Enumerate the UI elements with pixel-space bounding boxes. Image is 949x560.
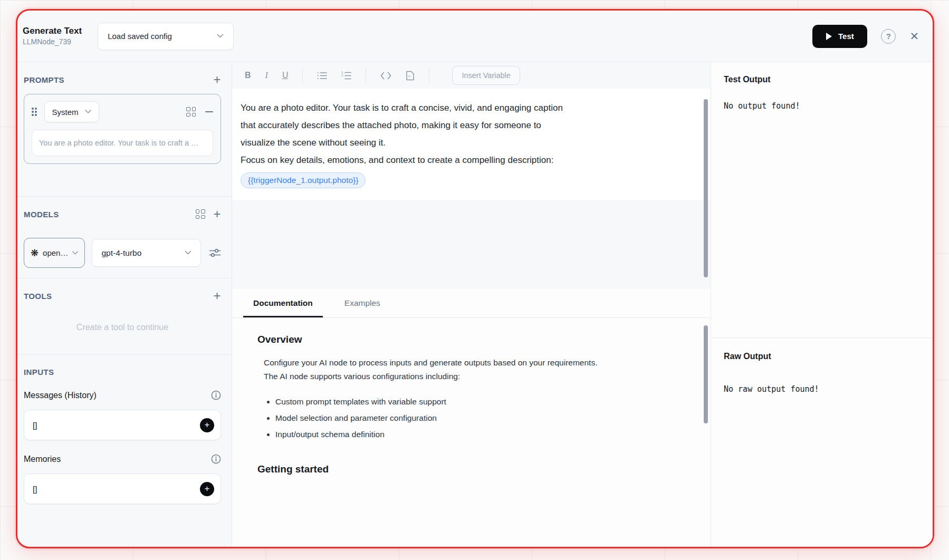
config-sidebar: PROMPTS + System [17, 62, 232, 547]
close-icon[interactable]: ✕ [909, 30, 919, 43]
prompt-preview-input[interactable]: You are a photo editor. Your task is to … [32, 130, 213, 156]
memories-value: [] [33, 485, 37, 494]
svg-text:‹›: ‹› [408, 74, 411, 79]
drag-handle-icon[interactable] [32, 108, 37, 116]
models-heading: MODELS [24, 210, 59, 219]
node-id: LLMNode_739 [23, 37, 82, 47]
test-output-heading: Test Output [724, 75, 920, 84]
test-button[interactable]: Test [812, 25, 867, 48]
openai-logo-icon: ❋ [31, 248, 39, 258]
inputs-section: INPUTS Messages (History) [] + Memories [17, 355, 232, 547]
raw-output-section: Raw Output No raw output found! [711, 338, 933, 547]
messages-history-label: Messages (History) [24, 391, 97, 400]
models-section-header: MODELS + [24, 197, 221, 219]
raw-output-heading: Raw Output [724, 352, 920, 361]
italic-button[interactable]: I [265, 71, 268, 80]
toolbar-divider [366, 69, 366, 82]
feature-list: Custom prompt templates with variable su… [257, 397, 679, 439]
tab-examples[interactable]: Examples [344, 289, 380, 317]
list-item: Custom prompt templates with variable su… [275, 397, 679, 407]
messages-history-value: [] [33, 421, 37, 430]
model-label: gpt-4-turbo [101, 248, 141, 258]
prompt-preview-text: You are a photo editor. Your task is to … [39, 139, 199, 147]
bold-button[interactable]: B [245, 71, 251, 80]
test-button-label: Test [838, 32, 854, 41]
add-memory-button[interactable]: + [200, 482, 214, 496]
output-column: Test Output No output found! Raw Output … [711, 62, 933, 547]
code-file-button[interactable]: ‹› [406, 71, 415, 81]
bullet-list-button[interactable] [317, 72, 327, 80]
getting-started-heading: Getting started [257, 464, 679, 475]
chevron-down-icon [185, 250, 191, 255]
docs-tabs: Documentation Examples [232, 289, 711, 318]
toolbar-divider [302, 69, 303, 82]
dialog-header: Generate Text LLMNode_739 Load saved con… [17, 11, 933, 62]
editor-scrollbar[interactable] [704, 99, 708, 277]
node-title-block: Generate Text LLMNode_739 [23, 25, 82, 47]
chevron-down-icon [217, 34, 224, 38]
add-message-button[interactable]: + [200, 418, 214, 432]
variable-chip[interactable]: {{triggerNode_1.output.photo}} [241, 172, 366, 188]
models-section: MODELS + ❋ open… gpt-4-turbo [17, 197, 232, 278]
provider-label: open… [43, 248, 68, 257]
memories-input[interactable]: [] + [24, 474, 221, 504]
prompts-section: PROMPTS + System [17, 62, 232, 197]
chevron-down-icon [85, 110, 91, 114]
load-saved-config-select[interactable]: Load saved config [98, 23, 234, 50]
prompt-editor[interactable]: You are a photo editor. Your task is to … [232, 89, 711, 289]
raw-output-empty-text: No raw output found! [724, 384, 920, 394]
dialog-body: PROMPTS + System [17, 62, 933, 547]
editor-text-line: Focus on key details, emotions, and cont… [241, 151, 689, 169]
editor-toolbar: B I U 1 2 [232, 62, 711, 89]
play-icon [826, 33, 832, 40]
underline-button[interactable]: U [282, 71, 289, 80]
test-output-empty-text: No output found! [724, 101, 920, 111]
inputs-heading: INPUTS [24, 368, 54, 376]
add-prompt-button[interactable]: + [214, 75, 221, 84]
messages-history-input[interactable]: [] + [24, 410, 221, 440]
list-item: Input/output schema definition [275, 430, 679, 439]
documentation-panel: Overview Configure your AI node to proce… [232, 318, 711, 547]
tab-documentation[interactable]: Documentation [253, 289, 313, 317]
docs-scrollbar[interactable] [704, 325, 708, 423]
list-item: Model selection and parameter configurat… [275, 413, 679, 423]
overview-paragraph: Configure your AI node to process inputs… [257, 356, 679, 383]
model-settings-sliders-icon[interactable] [209, 248, 221, 258]
prompts-heading: PROMPTS [24, 75, 64, 84]
add-model-button[interactable]: + [214, 209, 221, 219]
remove-prompt-icon[interactable] [205, 111, 213, 112]
info-icon[interactable] [211, 454, 221, 464]
models-grid-icon[interactable] [196, 209, 205, 219]
memories-label-row: Memories [24, 454, 221, 464]
model-select[interactable]: gpt-4-turbo [92, 239, 201, 267]
editor-column: B I U 1 2 [232, 62, 711, 547]
info-icon[interactable] [211, 390, 221, 400]
prompt-editor-content[interactable]: You are a photo editor. Your task is to … [232, 89, 711, 200]
test-output-section: Test Output No output found! [711, 62, 933, 338]
toolbar-divider [429, 69, 429, 82]
node-title: Generate Text [23, 25, 82, 37]
prompt-role-select[interactable]: System [44, 101, 99, 122]
inputs-section-header: INPUTS [24, 355, 221, 376]
overview-heading: Overview [257, 334, 679, 345]
memories-label: Memories [24, 455, 61, 464]
help-icon[interactable]: ? [881, 29, 896, 44]
svg-text:2: 2 [341, 74, 343, 77]
header-actions: Test ? ✕ [812, 25, 919, 48]
editor-text-line: that accurately describes the attached p… [241, 117, 689, 134]
prompt-role-label: System [52, 108, 79, 117]
insert-variable-button[interactable]: Insert Variable [452, 66, 520, 85]
messages-history-label-row: Messages (History) [24, 390, 221, 400]
prompt-card: System You are a photo editor. Your task… [24, 94, 221, 164]
tools-section-header: TOOLS + [24, 278, 221, 301]
numbered-list-button[interactable]: 1 2 [341, 71, 351, 80]
code-button[interactable] [380, 72, 391, 80]
prompts-section-header: PROMPTS + [24, 62, 221, 84]
add-tool-button[interactable]: + [214, 291, 221, 301]
tools-heading: TOOLS [24, 292, 52, 301]
tools-empty-text: Create a tool to continue [24, 323, 221, 332]
expand-grid-icon[interactable] [186, 107, 196, 117]
editor-text-line: visualize the scene without seeing it. [241, 134, 689, 151]
editor-text-line: You are a photo editor. Your task is to … [241, 99, 689, 117]
provider-select[interactable]: ❋ open… [24, 238, 85, 268]
